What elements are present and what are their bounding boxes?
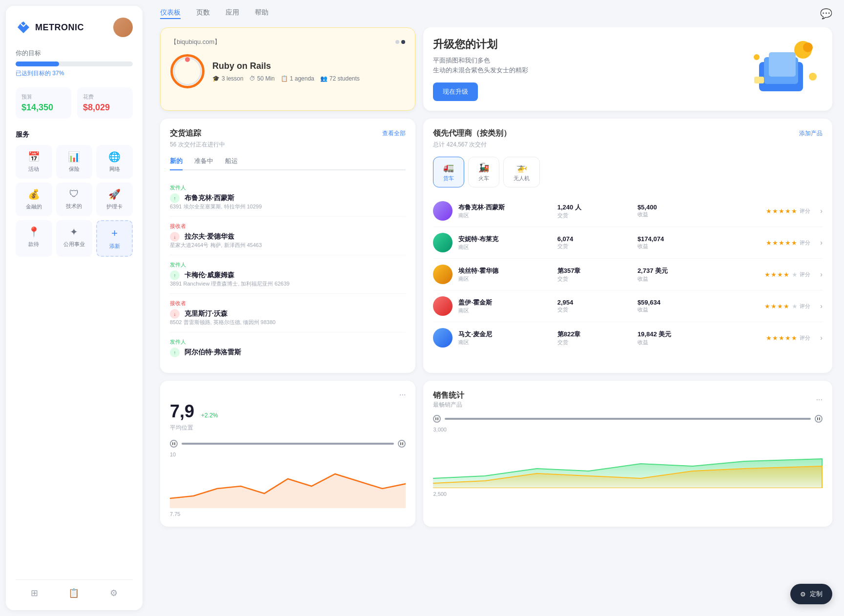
- goal-percent-text: 已达到目标的 37%: [16, 69, 133, 78]
- course-circle: [170, 54, 205, 88]
- service-item-network[interactable]: 🌐 网络: [96, 145, 133, 179]
- dealer-tab-train[interactable]: 🚂 火车: [468, 157, 499, 187]
- dealer-tab-drone[interactable]: 🚁 无人机: [503, 157, 540, 187]
- dealer-avatar-5: [433, 328, 453, 348]
- course-meta: 🎓 3 lesson ⏱ 50 Min 📋 1 agenda: [212, 75, 405, 82]
- svg-point-7: [754, 54, 760, 60]
- transaction-item-3: 发件人 ↑ 卡梅伦·威廉姆森 3891 Ranchview 理查森博士, 加利福…: [170, 255, 406, 294]
- chat-icon[interactable]: 💬: [820, 8, 832, 20]
- svg-rect-5: [754, 77, 764, 83]
- sales-stats-header: 销售统计 最畅销产品 ···: [433, 390, 823, 409]
- nav-apps[interactable]: 应用: [226, 8, 239, 19]
- settings-icon[interactable]: ⚙: [110, 588, 118, 598]
- course-duration: ⏱ 50 Min: [249, 75, 275, 82]
- middle-row: 交货追踪 查看全部 56 次交付正在进行中 新的 准备中 船运 发件人 ↑ 布鲁…: [160, 119, 832, 373]
- transaction-address-2: 星家大道2464号 梅萨, 新泽西州 45463: [170, 242, 406, 249]
- dealer-info-2: 安妮特·布莱克 南区: [458, 235, 551, 251]
- svg-rect-10: [400, 442, 401, 445]
- dealer-rating-5: ★★★★★ 评分: [718, 334, 810, 342]
- sales-slider-left[interactable]: [433, 415, 441, 423]
- tab-new[interactable]: 新的: [170, 157, 183, 170]
- dealer-row-3: 埃丝特·霍华德 南区 第357章 交货 2,737 美元 收益 ★★★★★: [433, 259, 823, 290]
- upgrade-content: 升级您的计划 平面插图和我们多色 生动的未混合紫色头发女士的精彩 现在升级: [433, 37, 744, 101]
- customize-button[interactable]: ⚙ 定制: [790, 584, 832, 604]
- sales-slider-right[interactable]: [815, 415, 823, 423]
- more-options-icon[interactable]: ···: [399, 390, 406, 399]
- service-item-hospitality[interactable]: 📍 款待: [16, 220, 52, 257]
- utilities-icon: ✦: [70, 226, 78, 238]
- send-icon-1: ↑: [170, 193, 180, 203]
- y-label-10: 10: [170, 452, 176, 457]
- document-icon[interactable]: 📋: [68, 588, 79, 598]
- dealer-arrow-3[interactable]: ›: [820, 270, 823, 278]
- transactions-subtitle: 56 次交付正在进行中: [170, 141, 406, 149]
- transaction-address-1: 6391 埃尔全至塞莱斯, 特拉华州 10299: [170, 203, 406, 210]
- tab-preparing[interactable]: 准备中: [194, 157, 213, 170]
- service-item-finance[interactable]: 💰 金融的: [16, 183, 52, 216]
- dealer-info-3: 埃丝特·霍华德 南区: [458, 267, 551, 283]
- upgrade-title: 升级您的计划: [433, 37, 744, 52]
- transaction-tabs: 新的 准备中 船运: [170, 157, 406, 170]
- dealer-revenue-5: 19,842 美元 收益: [638, 330, 712, 346]
- dealer-arrow-2[interactable]: ›: [820, 239, 823, 246]
- avg-position-value: 7,9: [170, 401, 194, 422]
- course-lessons: 🎓 3 lesson: [212, 75, 244, 82]
- nav-pages[interactable]: 页数: [196, 8, 210, 19]
- add-product-link[interactable]: 添加产品: [799, 129, 823, 138]
- svg-point-6: [809, 73, 817, 81]
- nav-help[interactable]: 帮助: [255, 8, 268, 19]
- service-item-tech[interactable]: 🛡 技术的: [56, 183, 93, 216]
- slider-thumb-left[interactable]: [170, 440, 178, 448]
- dealers-title: 领先代理商（按类别）: [433, 128, 511, 139]
- dealers-header: 领先代理商（按类别） 添加产品: [433, 128, 823, 139]
- service-label-tech: 技术的: [66, 203, 82, 210]
- service-item-add[interactable]: + 添新: [96, 220, 133, 257]
- main-area: 仪表板 页数 应用 帮助 💬 【biqubiqu.com】: [148, 0, 844, 616]
- dealer-arrow-5[interactable]: ›: [820, 334, 823, 342]
- service-item-care[interactable]: 🚀 护理卡: [96, 183, 133, 216]
- dealer-rating-2: ★★★★★ 评分: [718, 239, 810, 246]
- top-row: 【biqubiqu.com】 Ruby on Rails: [160, 27, 832, 111]
- dealer-tab-truck[interactable]: 🚛 货车: [433, 157, 464, 187]
- transaction-address-3: 3891 Ranchview 理查森博士, 加利福尼亚州 62639: [170, 280, 406, 287]
- avg-chart-container: 10 7.75: [170, 452, 406, 517]
- upgrade-button[interactable]: 现在升级: [433, 82, 478, 101]
- service-item-activity[interactable]: 📅 活动: [16, 145, 52, 179]
- svg-rect-2: [769, 52, 796, 77]
- course-url-row: 【biqubiqu.com】: [170, 38, 405, 46]
- dealers-subtitle: 总计 424,567 次交付: [433, 141, 823, 149]
- nav-dashboard[interactable]: 仪表板: [160, 8, 181, 19]
- budget-card: 预算 $14,350: [16, 87, 71, 119]
- expense-label: 花费: [83, 93, 127, 101]
- avg-position-header: ···: [170, 390, 406, 399]
- service-label-utilities: 公用事业: [63, 241, 85, 248]
- layers-icon[interactable]: ⊞: [31, 588, 38, 598]
- tab-shipping[interactable]: 船运: [225, 157, 238, 170]
- svg-rect-11: [402, 442, 403, 445]
- sales-more-icon[interactable]: ···: [816, 395, 823, 404]
- sales-header-left: 销售统计 最畅销产品: [433, 390, 464, 409]
- transaction-type-4: 接收者: [170, 300, 406, 307]
- avg-position-chart: [170, 459, 406, 508]
- service-item-insurance[interactable]: 📊 保险: [56, 145, 93, 179]
- view-all-link[interactable]: 查看全部: [382, 129, 406, 138]
- goal-label: 你的目标: [16, 49, 133, 58]
- dealer-arrow-4[interactable]: ›: [820, 302, 823, 310]
- transaction-list: 发件人 ↑ 布鲁克林·西蒙斯 6391 埃尔全至塞莱斯, 特拉华州 10299 …: [170, 178, 406, 363]
- transaction-item-1: 发件人 ↑ 布鲁克林·西蒙斯 6391 埃尔全至塞莱斯, 特拉华州 10299: [170, 178, 406, 217]
- transaction-type-3: 发件人: [170, 261, 406, 268]
- svg-rect-12: [435, 417, 436, 420]
- dealer-list: 布鲁克林·西蒙斯 南区 1,240 人 交货 $5,400 收益 ★★★★★: [433, 195, 823, 353]
- budget-value: $14,350: [21, 103, 65, 113]
- dealer-arrow-1[interactable]: ›: [820, 207, 823, 215]
- slider-thumb-right[interactable]: [398, 440, 406, 448]
- add-icon: +: [111, 227, 118, 240]
- customize-icon: ⚙: [800, 591, 806, 598]
- sales-chart: [433, 434, 823, 488]
- avg-position-value-row: 7,9 +2.2%: [170, 401, 406, 422]
- svg-rect-9: [174, 442, 175, 445]
- transaction-name-3: ↑ 卡梅伦·威廉姆森: [170, 270, 406, 280]
- upgrade-card: 升级您的计划 平面插图和我们多色 生动的未混合紫色头发女士的精彩 现在升级: [423, 27, 832, 111]
- dealers-card: 领先代理商（按类别） 添加产品 总计 424,567 次交付 🚛 货车 🚂 火车…: [423, 119, 832, 373]
- service-item-utilities[interactable]: ✦ 公用事业: [56, 220, 93, 257]
